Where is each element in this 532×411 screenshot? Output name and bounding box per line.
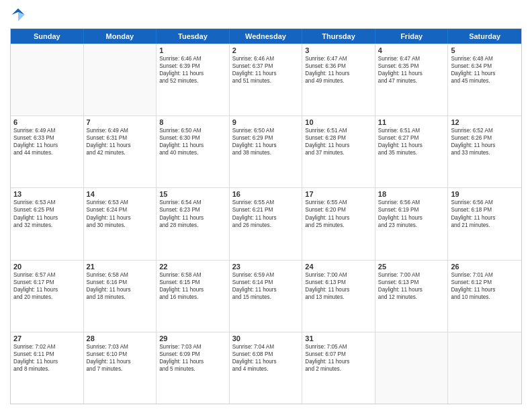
calendar-cell: 7Sunrise: 6:49 AMSunset: 6:31 PMDaylight… — [84, 116, 157, 187]
cell-line: Daylight: 11 hours — [13, 286, 81, 293]
cell-line: Sunrise: 6:47 AM — [378, 55, 445, 62]
day-number: 31 — [305, 334, 372, 342]
cell-line: Sunset: 6:36 PM — [305, 62, 372, 70]
cell-line: Sunrise: 7:03 AM — [159, 343, 226, 351]
cell-line: and 25 minutes. — [305, 222, 372, 229]
calendar-cell: 20Sunrise: 6:57 AMSunset: 6:17 PMDayligh… — [11, 261, 84, 332]
day-number: 4 — [378, 46, 445, 54]
cell-line: Daylight: 11 hours — [13, 142, 81, 149]
cell-line: Sunrise: 7:00 AM — [378, 271, 445, 279]
cell-line: Sunset: 6:07 PM — [305, 351, 372, 358]
cell-line: Sunrise: 7:05 AM — [305, 343, 372, 351]
cell-line: Daylight: 11 hours — [305, 70, 372, 77]
day-number: 19 — [451, 190, 519, 198]
calendar-cell: 11Sunrise: 6:51 AMSunset: 6:27 PMDayligh… — [375, 116, 449, 187]
cell-line: Sunrise: 6:57 AM — [13, 271, 81, 279]
day-number: 12 — [451, 118, 519, 126]
cell-line: and 2 minutes. — [305, 365, 372, 373]
cell-line: Sunset: 6:28 PM — [305, 134, 372, 142]
cell-line: Sunset: 6:37 PM — [232, 62, 300, 70]
cell-line: Sunset: 6:26 PM — [451, 134, 519, 142]
calendar-cell — [375, 332, 449, 404]
cell-line: Sunset: 6:29 PM — [232, 134, 300, 142]
weekday-header: Friday — [375, 29, 449, 44]
cell-line: and 5 minutes. — [159, 365, 226, 373]
cell-line: Sunrise: 6:58 AM — [87, 271, 154, 279]
cell-line: Sunrise: 6:58 AM — [159, 271, 226, 279]
day-number: 28 — [87, 334, 154, 342]
cell-line: Sunset: 6:30 PM — [159, 134, 226, 142]
day-number: 8 — [159, 118, 226, 126]
weekday-header: Saturday — [448, 29, 521, 44]
cell-line: Sunrise: 6:50 AM — [159, 127, 226, 134]
calendar-cell: 30Sunrise: 7:04 AMSunset: 6:08 PMDayligh… — [230, 332, 303, 404]
cell-line: Daylight: 11 hours — [87, 358, 154, 365]
day-number: 2 — [232, 46, 300, 54]
cell-line: Daylight: 11 hours — [13, 358, 81, 365]
cell-line: Sunrise: 6:56 AM — [451, 199, 519, 206]
cell-line: Sunrise: 6:49 AM — [13, 127, 81, 134]
calendar-cell: 15Sunrise: 6:54 AMSunset: 6:23 PMDayligh… — [157, 188, 230, 259]
weekday-header: Tuesday — [157, 29, 230, 44]
day-number: 3 — [305, 46, 372, 54]
cell-line: Daylight: 11 hours — [378, 286, 445, 293]
cell-line: Sunrise: 6:52 AM — [451, 127, 519, 134]
cell-line: Daylight: 11 hours — [305, 142, 372, 149]
cell-line: Sunset: 6:21 PM — [232, 206, 300, 214]
cell-line: Sunset: 6:33 PM — [13, 134, 81, 142]
cell-line: Daylight: 11 hours — [159, 70, 226, 77]
calendar-row: 1Sunrise: 6:46 AMSunset: 6:39 PMDaylight… — [11, 44, 521, 116]
cell-line: Sunrise: 7:04 AM — [232, 343, 300, 351]
cell-line: Sunset: 6:25 PM — [13, 206, 81, 214]
day-number: 15 — [159, 190, 226, 198]
cell-line: and 26 minutes. — [232, 222, 300, 229]
calendar-cell: 25Sunrise: 7:00 AMSunset: 6:13 PMDayligh… — [375, 261, 449, 332]
cell-line: and 7 minutes. — [87, 365, 154, 373]
day-number: 14 — [87, 190, 154, 198]
cell-line: Daylight: 11 hours — [378, 70, 445, 77]
day-number: 6 — [13, 118, 81, 126]
cell-line: Daylight: 11 hours — [13, 214, 81, 222]
calendar-header: SundayMondayTuesdayWednesdayThursdayFrid… — [11, 29, 521, 44]
svg-marker-1 — [18, 12, 25, 21]
calendar-cell: 31Sunrise: 7:05 AMSunset: 6:07 PMDayligh… — [302, 332, 375, 404]
cell-line: and 52 minutes. — [159, 77, 226, 85]
weekday-header: Monday — [84, 29, 157, 44]
calendar-cell: 16Sunrise: 6:55 AMSunset: 6:21 PMDayligh… — [230, 188, 303, 259]
cell-line: Sunset: 6:13 PM — [305, 279, 372, 286]
cell-line: Daylight: 11 hours — [87, 142, 154, 149]
cell-line: Daylight: 11 hours — [232, 70, 300, 77]
cell-line: Sunrise: 6:48 AM — [451, 55, 519, 62]
calendar-cell: 5Sunrise: 6:48 AMSunset: 6:34 PMDaylight… — [448, 44, 521, 116]
cell-line: Sunset: 6:13 PM — [378, 279, 445, 286]
calendar-cell: 3Sunrise: 6:47 AMSunset: 6:36 PMDaylight… — [302, 44, 375, 116]
calendar-cell: 19Sunrise: 6:56 AMSunset: 6:18 PMDayligh… — [448, 188, 521, 259]
calendar-cell: 22Sunrise: 6:58 AMSunset: 6:15 PMDayligh… — [157, 261, 230, 332]
day-number: 27 — [13, 334, 81, 342]
day-number: 20 — [13, 263, 81, 271]
cell-line: Sunset: 6:20 PM — [305, 206, 372, 214]
day-number: 18 — [378, 190, 445, 198]
cell-line: Sunrise: 7:01 AM — [451, 271, 519, 279]
cell-line: Sunrise: 6:46 AM — [159, 55, 226, 62]
cell-line: Daylight: 11 hours — [87, 214, 154, 222]
calendar-cell: 24Sunrise: 7:00 AMSunset: 6:13 PMDayligh… — [302, 261, 375, 332]
cell-line: Sunset: 6:14 PM — [232, 279, 300, 286]
day-number: 7 — [87, 118, 154, 126]
calendar-cell: 28Sunrise: 7:03 AMSunset: 6:10 PMDayligh… — [84, 332, 157, 404]
cell-line: Sunrise: 6:50 AM — [232, 127, 300, 134]
logo-icon — [10, 7, 26, 23]
cell-line: and 47 minutes. — [378, 77, 445, 85]
cell-line: Daylight: 11 hours — [232, 286, 300, 293]
cell-line: Daylight: 11 hours — [451, 70, 519, 77]
calendar-cell: 18Sunrise: 6:56 AMSunset: 6:19 PMDayligh… — [375, 188, 449, 259]
day-number: 17 — [305, 190, 372, 198]
cell-line: Sunrise: 6:46 AM — [232, 55, 300, 62]
cell-line: Sunrise: 7:03 AM — [87, 343, 154, 351]
cell-line: Daylight: 11 hours — [159, 142, 226, 149]
calendar-body: 1Sunrise: 6:46 AMSunset: 6:39 PMDaylight… — [11, 44, 521, 404]
cell-line: Sunset: 6:39 PM — [159, 62, 226, 70]
cell-line: Daylight: 11 hours — [232, 214, 300, 222]
cell-line: Daylight: 11 hours — [305, 358, 372, 365]
cell-line: Sunrise: 6:55 AM — [232, 199, 300, 206]
